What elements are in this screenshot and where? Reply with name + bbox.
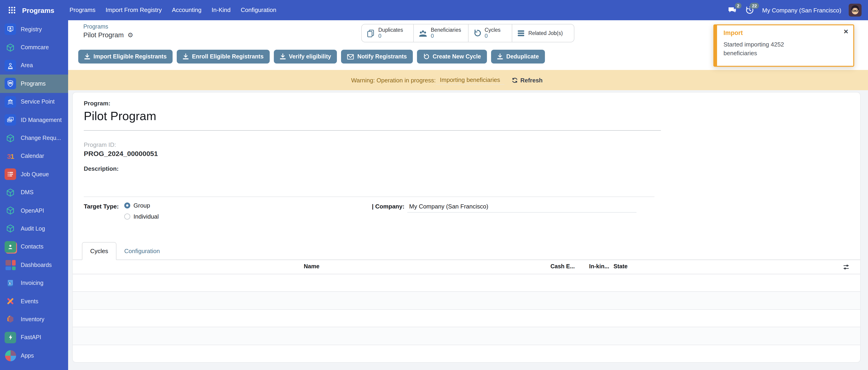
nav-item-in-kind[interactable]: In-Kind (207, 0, 236, 20)
column-header-name[interactable]: Name (304, 263, 319, 270)
registry-icon (5, 24, 16, 35)
tab-configuration[interactable]: Configuration (117, 242, 168, 259)
stat-duplicates-button[interactable]: Duplicates0 (362, 24, 414, 42)
sidebar-item-events[interactable]: Events (0, 292, 68, 310)
table-row[interactable] (73, 309, 860, 328)
activities-badge: 22 (750, 3, 759, 9)
navbar-menu: Programs Import From Registry Accounting… (64, 0, 281, 20)
beneficiaries-users-icon (418, 29, 428, 37)
user-avatar[interactable] (849, 4, 862, 17)
sidebar-item-service-point[interactable]: Service Point (0, 93, 68, 111)
create-new-cycle-button[interactable]: Create New Cycle (417, 50, 487, 63)
envelope-icon (347, 54, 354, 60)
messages-icon[interactable]: 2 (727, 5, 737, 15)
company-switcher[interactable]: My Company (San Francisco) (762, 7, 841, 13)
user-avatar-image (849, 4, 862, 17)
dashboard-grid-icon (5, 259, 16, 271)
import-eligible-registrants-button[interactable]: Import Eligible Registrants (78, 50, 173, 63)
main-content: Programs Pilot Program ⚙ Duplicates0 Ben… (68, 20, 868, 370)
close-icon[interactable]: × (844, 28, 848, 35)
sidebar-item-apps[interactable]: Apps (0, 346, 68, 365)
sidebar-item-id-management[interactable]: ID Management (0, 111, 68, 129)
related-jobs-lines-icon (517, 29, 525, 37)
refresh-button[interactable]: Refresh (512, 76, 542, 84)
nav-item-accounting[interactable]: Accounting (167, 0, 207, 20)
enroll-eligible-registrants-button[interactable]: Enroll Eligible Registrants (177, 50, 270, 63)
target-type-option-group[interactable]: Group (124, 202, 150, 209)
breadcrumb-programs-link[interactable]: Programs (83, 24, 108, 30)
id-cards-icon (5, 114, 16, 126)
stat-beneficiaries-button[interactable]: Beneficiaries0 (414, 24, 468, 42)
program-id-value: PROG_2024_00000051 (84, 150, 158, 157)
stat-button-group: Duplicates0 Beneficiaries0 Cycles0 (361, 24, 575, 42)
table-row[interactable] (73, 292, 860, 310)
operation-field[interactable]: Importing beneficiaries (436, 75, 504, 85)
sidebar-item-contacts[interactable]: Contacts (0, 238, 68, 256)
table-row[interactable] (73, 345, 860, 363)
program-name-field[interactable]: Pilot Program (84, 109, 156, 123)
rotate-ccw-icon (423, 53, 429, 60)
sidebar-item-inventory[interactable]: Inventory (0, 310, 68, 329)
gear-icon[interactable]: ⚙ (127, 31, 133, 39)
description-label: Description: (84, 165, 119, 172)
radio-selected-icon[interactable] (124, 203, 130, 209)
chat-bubbles-icon (728, 6, 736, 14)
sidebar-item-job-queue[interactable]: Job Queue (0, 165, 68, 183)
sidebar-item-registry[interactable]: Registry (0, 20, 68, 38)
column-header-in-kind[interactable]: In-kin... (589, 263, 609, 270)
cube-icon (5, 42, 16, 53)
stat-related-jobs-button[interactable]: Related Job(s) (512, 24, 574, 42)
column-header-cash-entitlement[interactable]: Cash E... (551, 263, 575, 270)
calendar-31-icon: 31 (5, 151, 16, 162)
app-sidebar: Registry Commcare Area (0, 20, 68, 370)
sidebar-item-openapi[interactable]: OpenAPI (0, 202, 68, 220)
cycles-table-body (73, 274, 860, 363)
deduplicate-button[interactable]: Deduplicate (491, 50, 545, 63)
cube-icon (5, 187, 16, 198)
sidebar-item-programs[interactable]: Programs (0, 74, 68, 93)
apps-grid-icon[interactable] (7, 5, 17, 15)
sidebar-item-fastapi[interactable]: FastAPI (0, 328, 68, 346)
import-toast-notification: Import × Started importing 4252 benefici… (713, 24, 854, 67)
sidebar-item-area[interactable]: Area (0, 57, 68, 75)
navbar-right: 2 22 My Company (San Francisco) (727, 4, 868, 17)
table-row[interactable] (73, 274, 860, 292)
app-window: Programs Programs Import From Registry A… (0, 0, 868, 370)
tab-cycles[interactable]: Cycles (82, 242, 117, 260)
shield-people-icon (5, 78, 16, 90)
nav-item-configuration[interactable]: Configuration (236, 0, 281, 20)
target-type-option-individual[interactable]: Individual (124, 213, 159, 220)
optional-columns-icon[interactable] (842, 263, 850, 271)
lightning-bolt-icon (5, 332, 16, 343)
verify-eligibility-button[interactable]: Verify eligibility (274, 50, 337, 63)
program-form-sheet: Program: Pilot Program Program ID: PROG_… (72, 92, 861, 363)
contact-person-icon (5, 241, 16, 253)
table-row[interactable] (73, 328, 860, 345)
notify-registrants-button[interactable]: Notify Registrants (341, 50, 413, 63)
program-label: Program: (84, 100, 111, 107)
sidebar-item-commcare[interactable]: Commcare (0, 38, 68, 57)
map-pin-icon (5, 60, 16, 71)
sidebar-item-audit-log[interactable]: Audit Log (0, 220, 68, 238)
download-icon (280, 53, 286, 60)
activities-icon[interactable]: 22 (745, 5, 755, 15)
hand-people-icon (5, 96, 16, 108)
cube-icon (5, 132, 16, 144)
stat-cycles-button[interactable]: Cycles0 (468, 24, 512, 42)
top-navbar: Programs Programs Import From Registry A… (0, 0, 868, 20)
company-field[interactable]: My Company (San Francisco) (407, 202, 637, 213)
apps-grid-icon (8, 6, 16, 14)
sidebar-item-dms[interactable]: DMS (0, 183, 68, 202)
operation-warning-banner: Warning: Operation in progress: Importin… (68, 70, 868, 90)
radio-unselected-icon[interactable] (124, 214, 130, 219)
nav-item-import-from-registry[interactable]: Import From Registry (100, 0, 167, 20)
nav-item-programs[interactable]: Programs (64, 0, 100, 20)
breadcrumb-current: Pilot Program (83, 31, 124, 39)
sidebar-item-invoicing[interactable]: $ Invoicing (0, 274, 68, 292)
sidebar-item-calendar[interactable]: 31 Calendar (0, 147, 68, 165)
duplicate-copy-icon (366, 29, 375, 37)
sidebar-item-change-requests[interactable]: Change Requ... (0, 129, 68, 147)
sidebar-item-dashboards[interactable]: Dashboards (0, 256, 68, 274)
column-header-state[interactable]: State (614, 263, 627, 270)
action-buttons-row: Import Eligible Registrants Enroll Eligi… (78, 50, 545, 63)
